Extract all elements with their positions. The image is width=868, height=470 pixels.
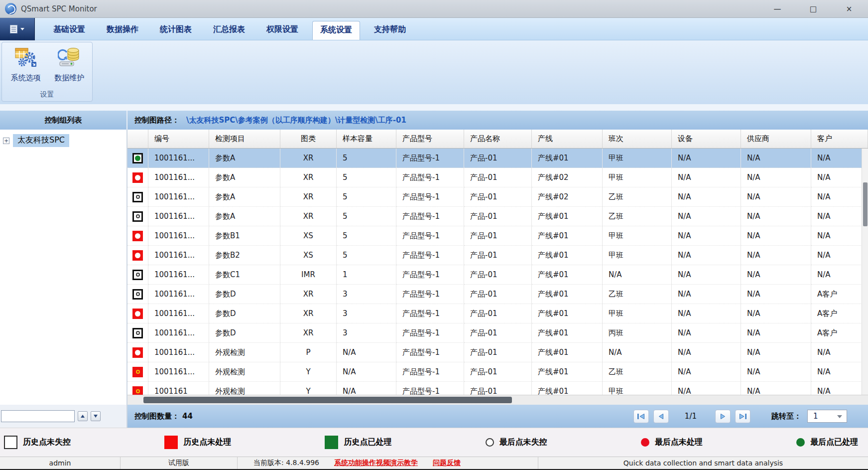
tab-权限设置[interactable]: 权限设置 xyxy=(259,21,306,40)
cell-product: 产品-01 xyxy=(464,207,532,226)
white-ring-status-icon xyxy=(132,289,143,300)
column-header-图类[interactable]: 图类 xyxy=(280,130,337,148)
column-header-客户[interactable]: 客户 xyxy=(811,130,868,148)
prev-page-button[interactable] xyxy=(653,410,669,423)
cell-product: 产品-01 xyxy=(464,187,532,207)
cell-id: 1001161... xyxy=(148,265,209,285)
table-row[interactable]: 1001161外观检测YN/A产品型号-1产品-01产线#01甲班N/AN/AN… xyxy=(127,382,868,395)
table-row[interactable]: 1001161...外观检测YN/A产品型号-1产品-01产线#01乙班N/AN… xyxy=(127,362,868,382)
column-header-编号[interactable]: 编号 xyxy=(148,130,209,148)
系统选项-button[interactable]: 系统选项 xyxy=(5,45,47,90)
tab-统计图表[interactable]: 统计图表 xyxy=(152,21,199,40)
cell-shift: 甲班 xyxy=(603,246,672,265)
cell-customer: N/A xyxy=(811,265,868,285)
cell-supplier: N/A xyxy=(741,207,811,226)
video-tutorial-link[interactable]: 系统功能操作视频演示教学 xyxy=(334,459,418,468)
tab-汇总报表[interactable]: 汇总报表 xyxy=(206,21,252,40)
cell-product: 产品-01 xyxy=(464,304,532,323)
cell-device: N/A xyxy=(672,149,741,168)
legend-label: 最后点未失控 xyxy=(499,437,547,448)
table-row[interactable]: 1001161...外观检测PN/A产品型号-1产品-01产线#01N/AN/A… xyxy=(127,343,868,362)
vertical-scrollbar[interactable] xyxy=(862,149,868,395)
status-user: admin xyxy=(0,457,121,469)
table-row[interactable]: 1001161...参数AXR5产品型号-1产品-01产线#01甲班N/AN/A… xyxy=(127,149,868,168)
close-button[interactable]: × xyxy=(843,4,855,13)
status-cell xyxy=(127,265,148,285)
column-header-产线[interactable]: 产线 xyxy=(532,130,603,148)
cell-line: 产线#02 xyxy=(532,187,603,207)
tab-数据操作[interactable]: 数据操作 xyxy=(99,21,146,40)
maximize-button[interactable]: □ xyxy=(807,4,819,13)
column-header-产品型号[interactable]: 产品型号 xyxy=(396,130,464,148)
move-down-button[interactable] xyxy=(91,411,101,421)
horizontal-scrollbar-thumb[interactable] xyxy=(143,397,512,403)
legend-square-swatch xyxy=(4,436,17,449)
red-white-status-icon xyxy=(132,309,143,319)
tab-基础设置[interactable]: 基础设置 xyxy=(46,21,93,40)
vertical-scrollbar-thumb[interactable] xyxy=(863,182,868,226)
column-header-产品名称[interactable]: 产品名称 xyxy=(464,130,532,148)
status-legend: 历史点未失控历史点未处理历史点已处理最后点未失控最后点未处理最后点已处理 xyxy=(0,428,868,457)
cell-shift: 甲班 xyxy=(603,226,672,246)
legend-item: 历史点未处理 xyxy=(164,436,231,449)
system-options-icon xyxy=(14,47,37,71)
ribbon-buttons: 系统选项数据维护 xyxy=(2,42,92,90)
cell-chart: XS xyxy=(280,246,337,265)
tree-expander-icon[interactable]: + xyxy=(3,138,9,144)
last-page-button[interactable] xyxy=(735,410,750,423)
table-row[interactable]: 1001161...参数B1XS5产品型号-1产品-01产线#01甲班N/AN/… xyxy=(127,226,868,246)
table-row[interactable]: 1001161...参数C1IMR1产品型号-1产品-01产线#01N/AN/A… xyxy=(127,265,868,285)
legend-item: 最后点未失控 xyxy=(486,437,547,448)
tree-item-root[interactable]: 太友科技SPC xyxy=(13,134,69,147)
cell-model: 产品型号-1 xyxy=(396,207,464,226)
column-header-样本容量[interactable]: 样本容量 xyxy=(337,130,396,148)
minimize-button[interactable]: — xyxy=(771,4,783,13)
cell-supplier: N/A xyxy=(741,187,811,207)
cell-item: 参数A xyxy=(209,149,280,168)
jump-to-select[interactable]: 1 xyxy=(807,410,847,423)
cell-line: 产线#01 xyxy=(532,362,603,382)
content-area: + 太友科技SPC 编号检测项目图类样本容量产品型号产品名称产线班次设备供应商客… xyxy=(0,130,868,405)
cell-item: 参数A xyxy=(209,207,280,226)
column-header-供应商[interactable]: 供应商 xyxy=(741,130,811,148)
cell-customer: N/A xyxy=(811,187,868,207)
first-page-button[interactable] xyxy=(633,410,649,423)
table-row[interactable]: 1001161...参数AXR5产品型号-1产品-01产线#01乙班N/AN/A… xyxy=(127,207,868,226)
column-header-检测项目[interactable]: 检测项目 xyxy=(209,130,280,148)
cell-chart: IMR xyxy=(280,265,337,285)
red-white-status-icon xyxy=(132,347,143,358)
cell-supplier: N/A xyxy=(741,382,811,395)
table-row[interactable]: 1001161...参数AXR5产品型号-1产品-01产线#02乙班N/AN/A… xyxy=(127,187,868,207)
table-row[interactable]: 1001161...参数DXR3产品型号-1产品-01产线#01乙班N/AN/A… xyxy=(127,285,868,304)
cell-chart: XR xyxy=(280,285,337,304)
column-header-班次[interactable]: 班次 xyxy=(603,130,672,148)
cell-id: 1001161... xyxy=(148,323,209,343)
app-window: QSmart SPC Monitor —□× 基础设置数据操作统计图表汇总报表权… xyxy=(0,0,868,470)
cell-shift: 乙班 xyxy=(603,285,672,304)
column-header-status xyxy=(127,130,148,148)
table-row[interactable]: 1001161...参数AXR5产品型号-1产品-01产线#02甲班N/AN/A… xyxy=(127,168,868,187)
cell-product: 产品-01 xyxy=(464,149,532,168)
app-menu-button[interactable] xyxy=(0,18,35,40)
tree-search-input[interactable] xyxy=(1,410,75,422)
table-row[interactable]: 1001161...参数DXR3产品型号-1产品-01产线#01丙班N/AN/A… xyxy=(127,323,868,343)
legend-circle-swatch xyxy=(796,438,805,447)
next-page-button[interactable] xyxy=(715,410,731,423)
arrow-down-icon xyxy=(94,415,98,418)
chart-path-label: 控制图路径： xyxy=(134,116,179,125)
数据维护-button[interactable]: 数据维护 xyxy=(49,45,91,90)
cell-customer: N/A xyxy=(811,207,868,226)
tab-支持帮助[interactable]: 支持帮助 xyxy=(367,21,413,40)
column-header-设备[interactable]: 设备 xyxy=(672,130,741,148)
tab-系统设置[interactable]: 系统设置 xyxy=(312,21,360,40)
cell-item: 外观检测 xyxy=(209,382,280,395)
legend-square-swatch xyxy=(164,436,178,449)
table-row[interactable]: 1001161...参数DXR3产品型号-1产品-01产线#01甲班N/AN/A… xyxy=(127,304,868,323)
horizontal-scrollbar[interactable] xyxy=(127,395,868,405)
cell-sample: 3 xyxy=(337,304,396,323)
move-up-button[interactable] xyxy=(78,411,88,421)
cell-sample: 5 xyxy=(337,168,396,187)
table-row[interactable]: 1001161...参数B2XS5产品型号-1产品-01产线#01甲班N/AN/… xyxy=(127,246,868,265)
red-white-status-icon xyxy=(132,231,143,241)
feedback-link[interactable]: 问题反馈 xyxy=(433,459,461,468)
